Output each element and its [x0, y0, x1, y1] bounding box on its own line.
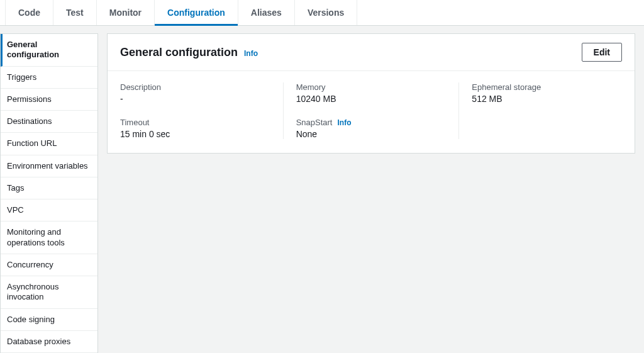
sidebar-item-permissions[interactable]: Permissions	[1, 89, 97, 111]
field-timeout: Timeout 15 min 0 sec	[120, 118, 270, 139]
sidebar-item-asynchronous-invocation[interactable]: Asynchronous invocation	[1, 276, 97, 309]
field-memory: Memory 10240 MB	[296, 82, 447, 104]
sidebar-item-label: Destinations	[7, 116, 52, 126]
tab-label: Test	[66, 8, 84, 18]
sidebar-item-function-url[interactable]: Function URL	[1, 133, 97, 155]
tab-label: Versions	[308, 8, 344, 18]
sidebar-item-label: Database proxies	[7, 337, 70, 346]
tab-monitor[interactable]: Monitor	[97, 0, 155, 25]
general-configuration-panel: General configuration Info Edit Descript…	[107, 33, 635, 154]
sidebar-item-label: Permissions	[7, 94, 52, 104]
sidebar-item-destinations[interactable]: Destinations	[1, 111, 97, 133]
field-label: Ephemeral storage	[472, 82, 622, 92]
info-link[interactable]: Info	[244, 49, 258, 58]
tab-label: Code	[18, 8, 40, 18]
field-label: Timeout	[120, 118, 270, 127]
sidebar-item-label: Triggers	[7, 72, 36, 82]
field-value: 512 MB	[472, 94, 622, 104]
sidebar-item-monitoring-tools[interactable]: Monitoring and operations tools	[1, 221, 97, 254]
sidebar-item-label: Code signing	[7, 315, 55, 324]
sidebar-item-concurrency[interactable]: Concurrency	[1, 254, 97, 276]
tab-label: Configuration	[167, 8, 225, 18]
sidebar-item-label: Asynchronous invocation	[7, 282, 58, 301]
sidebar-item-tags[interactable]: Tags	[1, 177, 97, 199]
sidebar-item-label: Tags	[7, 183, 24, 193]
sidebar-item-code-signing[interactable]: Code signing	[1, 309, 97, 331]
tab-label: Aliases	[251, 8, 282, 18]
field-value: None	[296, 129, 447, 139]
sidebar-item-environment-variables[interactable]: Environment variables	[1, 155, 97, 177]
tab-configuration[interactable]: Configuration	[155, 0, 238, 25]
panel-title: General configuration	[120, 46, 238, 59]
tab-versions[interactable]: Versions	[295, 0, 357, 25]
field-label: SnapStart	[296, 118, 333, 127]
sidebar-item-label: VPC	[7, 205, 24, 215]
sidebar-item-label: Concurrency	[7, 260, 53, 269]
field-description: Description -	[120, 82, 270, 104]
field-snapstart: SnapStart Info None	[296, 118, 447, 139]
config-sidebar: General configuration Triggers Permissio…	[0, 33, 98, 353]
sidebar-item-label: Function URL	[7, 138, 57, 148]
sidebar-item-general-configuration[interactable]: General configuration	[1, 34, 97, 67]
main-tabs: Code Test Monitor Configuration Aliases …	[0, 0, 644, 26]
edit-button[interactable]: Edit	[582, 43, 622, 62]
field-value: 10240 MB	[296, 94, 447, 104]
tab-label: Monitor	[109, 8, 142, 18]
sidebar-item-label: General configuration	[7, 40, 59, 59]
sidebar-item-database-proxies[interactable]: Database proxies	[1, 331, 97, 353]
sidebar-item-triggers[interactable]: Triggers	[1, 67, 97, 89]
snapstart-info-link[interactable]: Info	[338, 118, 352, 127]
field-ephemeral-storage: Ephemeral storage 512 MB	[472, 82, 622, 104]
tab-test[interactable]: Test	[53, 0, 97, 25]
tab-code[interactable]: Code	[5, 0, 53, 25]
sidebar-item-label: Environment variables	[7, 161, 88, 171]
field-value: -	[120, 94, 270, 104]
tab-aliases[interactable]: Aliases	[238, 0, 295, 25]
sidebar-item-vpc[interactable]: VPC	[1, 199, 97, 221]
sidebar-item-label: Monitoring and operations tools	[7, 227, 65, 247]
field-label: Description	[120, 82, 270, 92]
field-label: Memory	[296, 82, 447, 92]
field-value: 15 min 0 sec	[120, 129, 270, 139]
